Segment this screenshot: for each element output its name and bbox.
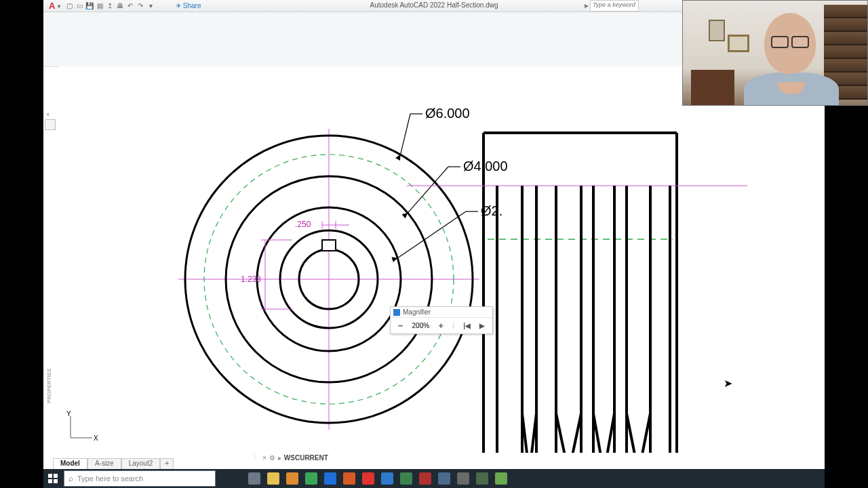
new-icon[interactable]: ▢ bbox=[65, 1, 73, 9]
plus-icon: + bbox=[165, 460, 169, 467]
mouse-cursor-icon: ➤ bbox=[724, 377, 732, 390]
prev-button[interactable]: |◀ bbox=[463, 322, 471, 329]
taskbar-app-0[interactable] bbox=[247, 471, 262, 486]
screen: A ▾ ▢ ▭ 💾 ▤ ↥ 🖶 ↶ ↷ ▾ ✈ Share Autodesk A… bbox=[0, 0, 868, 488]
arrow-icon[interactable]: ↥ bbox=[106, 1, 114, 9]
share-button[interactable]: ✈ Share bbox=[176, 2, 201, 9]
print-icon[interactable]: 🖶 bbox=[116, 1, 124, 9]
command-line[interactable]: ⋮ × ⚙ ▸ WSCURRENT bbox=[252, 451, 328, 464]
tab-model[interactable]: Model bbox=[53, 458, 87, 469]
tab-layout2-label: Layout2 bbox=[129, 460, 153, 467]
ucs-icon: Y X bbox=[64, 411, 98, 446]
taskbar-app-1[interactable] bbox=[266, 471, 281, 486]
cmdline-input-text[interactable]: WSCURRENT bbox=[284, 454, 328, 462]
redo-icon[interactable]: ↷ bbox=[136, 1, 144, 9]
webcam-glasses bbox=[771, 36, 809, 45]
app-logo[interactable]: A ▾ bbox=[49, 1, 60, 11]
windows-taskbar: ⌕ Type here to search bbox=[43, 469, 825, 488]
search-icon: ⌕ bbox=[68, 474, 73, 483]
taskbar-app-12[interactable] bbox=[475, 471, 490, 486]
webcam-overlay bbox=[682, 0, 868, 106]
svg-rect-56 bbox=[48, 479, 52, 483]
zoom-out-button[interactable]: − bbox=[398, 321, 403, 331]
tab-add-button[interactable]: + bbox=[160, 458, 174, 469]
share-icon: ✈ bbox=[176, 2, 181, 9]
tab-asize-label: A-size bbox=[95, 460, 114, 467]
svg-rect-55 bbox=[54, 474, 58, 478]
taskbar-app-6[interactable] bbox=[361, 471, 376, 486]
saveas-icon[interactable]: ▤ bbox=[96, 1, 104, 9]
share-label: Share bbox=[183, 2, 201, 9]
taskbar-app-9[interactable] bbox=[418, 471, 433, 486]
taskbar-tray bbox=[247, 469, 509, 488]
cmdline-settings-icon[interactable]: ⚙ bbox=[269, 454, 275, 462]
save-icon[interactable]: 💾 bbox=[85, 1, 94, 9]
logo-dropdown-icon[interactable]: ▾ bbox=[58, 3, 60, 9]
section-view-drawing bbox=[58, 66, 825, 453]
taskbar-app-2[interactable] bbox=[285, 471, 300, 486]
zoom-in-button[interactable]: + bbox=[438, 321, 443, 331]
layout-tabs: Model A-size Layout2 + bbox=[53, 458, 174, 469]
logo-letter: A bbox=[49, 1, 55, 11]
properties-label: PROPERTIES bbox=[46, 369, 52, 403]
palette-pin-icon[interactable] bbox=[45, 119, 56, 130]
magnifier-titlebar[interactable]: Magnifier bbox=[391, 307, 492, 318]
taskbar-app-4[interactable] bbox=[323, 471, 338, 486]
magnifier-icon bbox=[393, 309, 400, 316]
taskbar-search[interactable]: ⌕ Type here to search bbox=[64, 470, 216, 487]
webcam-picture-frame bbox=[709, 20, 725, 41]
undo-icon[interactable]: ↶ bbox=[126, 1, 134, 9]
tab-layout2[interactable]: Layout2 bbox=[121, 458, 161, 469]
taskbar-app-11[interactable] bbox=[456, 471, 471, 486]
ucs-y-label: Y bbox=[66, 410, 71, 418]
properties-palette-collapsed[interactable]: × bbox=[43, 110, 57, 131]
svg-rect-54 bbox=[48, 474, 52, 478]
play-button[interactable]: ▶ bbox=[479, 322, 485, 329]
taskbar-app-8[interactable] bbox=[399, 471, 414, 486]
taskbar-app-3[interactable] bbox=[304, 471, 319, 486]
tab-model-label: Model bbox=[60, 460, 80, 467]
palette-close-icon[interactable]: × bbox=[46, 111, 54, 118]
taskbar-app-10[interactable] bbox=[437, 471, 452, 486]
quick-access-toolbar: ▢ ▭ 💾 ▤ ↥ 🖶 ↶ ↷ ▾ bbox=[65, 1, 155, 9]
taskbar-app-7[interactable] bbox=[380, 471, 395, 486]
zoom-value: 200% bbox=[412, 322, 430, 329]
cmdline-handle-icon[interactable]: ⋮ bbox=[252, 453, 260, 462]
webcam-picture-frame-2 bbox=[728, 35, 749, 52]
taskbar-search-placeholder: Type here to search bbox=[77, 474, 143, 483]
dropdown-arrow-icon[interactable]: ▾ bbox=[146, 1, 155, 9]
start-button[interactable] bbox=[43, 469, 62, 488]
search-toggle-icon[interactable]: ▸ bbox=[585, 1, 589, 10]
ucs-x-label: X bbox=[94, 434, 98, 442]
cmdline-prompt-icon: ▸ bbox=[278, 454, 281, 462]
windows-icon bbox=[48, 474, 58, 483]
svg-rect-57 bbox=[54, 479, 58, 483]
cmdline-close-icon[interactable]: × bbox=[262, 454, 267, 462]
separator: | bbox=[452, 322, 454, 329]
magnifier-title: Magnifier bbox=[403, 308, 431, 316]
taskbar-app-5[interactable] bbox=[342, 471, 357, 486]
open-icon[interactable]: ▭ bbox=[75, 1, 83, 9]
keyword-search[interactable] bbox=[590, 0, 639, 12]
magnifier-controls: − 200% + | |◀ ▶ bbox=[391, 318, 492, 333]
webcam-desk bbox=[691, 70, 734, 105]
magnifier-popup[interactable]: Magnifier − 200% + | |◀ ▶ bbox=[390, 306, 493, 334]
taskbar-app-13[interactable] bbox=[494, 471, 509, 486]
keyword-search-input[interactable] bbox=[591, 1, 638, 9]
drawing-canvas[interactable]: Ø6.000Ø4.000Ø2..2501.238 bbox=[58, 66, 825, 453]
tab-a-size[interactable]: A-size bbox=[87, 458, 121, 469]
